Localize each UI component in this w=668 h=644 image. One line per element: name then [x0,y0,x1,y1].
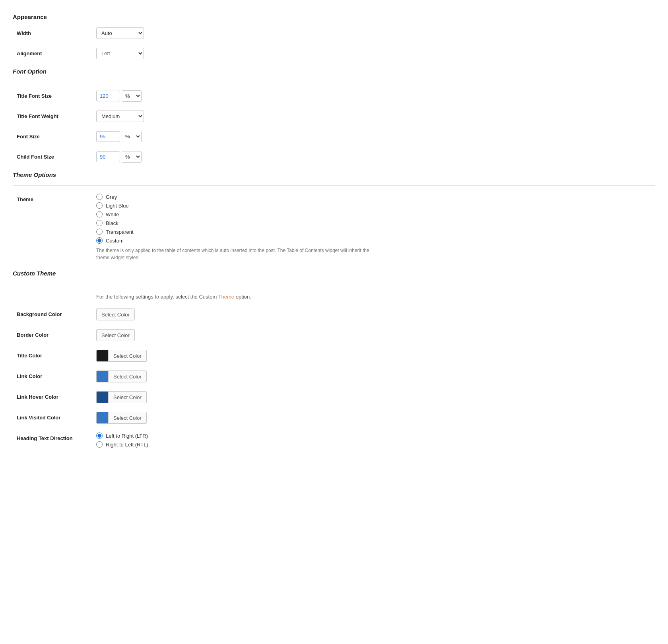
link-hover-color-button[interactable]: Select Color [108,391,147,403]
theme-options-divider [13,185,655,186]
heading-rtl-item[interactable]: Right to Left (RTL) [96,441,655,448]
background-color-label: Background Color [17,308,96,318]
title-font-size-row: Title Font Size % px em [13,90,655,102]
link-hover-color-row: Link Hover Color Select Color [13,391,655,403]
heading-ltr-label: Left to Right (LTR) [106,433,148,439]
heading-text-direction-radio-group: Left to Right (LTR) Right to Left (RTL) [96,433,655,448]
child-font-size-control: % px em [96,151,655,163]
theme-black-radio[interactable] [96,220,103,226]
link-visited-color-button[interactable]: Select Color [108,412,147,424]
heading-text-direction-label: Heading Text Direction [17,433,96,442]
font-option-section-title: Font Option [13,68,655,75]
theme-grey-item[interactable]: Grey [96,194,655,200]
title-color-button[interactable]: Select Color [108,350,147,362]
child-font-size-unit[interactable]: % px em [122,151,142,163]
custom-theme-divider [13,284,655,284]
theme-custom-radio[interactable] [96,237,103,244]
theme-black-label: Black [106,220,118,226]
theme-row: Theme Grey Light Blue White Black [13,194,655,261]
border-color-button[interactable]: Select Color [96,329,135,341]
title-color-control: Select Color [96,350,655,362]
link-hover-color-control: Select Color [96,391,655,403]
title-color-group: Select Color [96,350,655,362]
background-color-row: Background Color Select Color [13,308,655,320]
font-size-row: Font Size % px em [13,131,655,142]
title-font-weight-select[interactable]: Thin Light Normal Medium Bold Extra Bold [96,111,144,122]
heading-ltr-item[interactable]: Left to Right (LTR) [96,433,655,439]
link-color-row: Link Color Select Color [13,370,655,382]
child-font-size-input[interactable] [96,151,120,162]
custom-theme-note-text: For the following settings to apply, sel… [96,292,655,300]
theme-label: Theme [17,194,96,203]
theme-control: Grey Light Blue White Black Transparent [96,194,655,261]
theme-lightblue-item[interactable]: Light Blue [96,202,655,209]
background-color-group: Select Color [96,308,655,320]
child-font-size-row: Child Font Size % px em [13,151,655,163]
link-visited-color-row: Link Visited Color Select Color [13,412,655,424]
theme-options-section: Theme Options Theme Grey Light Blue Whit… [13,171,655,261]
link-color-swatch [96,370,108,382]
link-hover-color-swatch [96,391,108,403]
title-color-row: Title Color Select Color [13,350,655,362]
title-font-size-control: % px em [96,90,655,102]
link-hover-color-group: Select Color [96,391,655,403]
font-size-unit[interactable]: % px em [122,131,142,142]
appearance-section: Appearance Width Auto Full Width Custom … [13,14,655,59]
theme-transparent-label: Transparent [106,229,134,235]
theme-transparent-radio[interactable] [96,229,103,235]
child-font-size-label: Child Font Size [17,151,96,161]
font-size-label: Font Size [17,131,96,140]
width-row: Width Auto Full Width Custom [13,27,655,39]
theme-note: The theme is only applied to the table o… [96,247,375,261]
custom-theme-section: Custom Theme For the following settings … [13,270,655,424]
link-visited-color-swatch [96,412,108,424]
width-label: Width [17,27,96,37]
background-color-control: Select Color [96,308,655,320]
title-color-label: Title Color [17,350,96,359]
font-size-group: % px em [96,131,655,142]
title-font-weight-control: Thin Light Normal Medium Bold Extra Bold [96,111,655,122]
theme-white-radio[interactable] [96,211,103,217]
alignment-label: Alignment [17,48,96,57]
theme-white-item[interactable]: White [96,211,655,217]
title-font-size-unit[interactable]: % px em [122,90,142,102]
width-select[interactable]: Auto Full Width Custom [96,27,144,39]
theme-lightblue-label: Light Blue [106,203,129,209]
heading-text-direction-section: Heading Text Direction Left to Right (LT… [13,433,655,448]
theme-grey-radio[interactable] [96,194,103,200]
border-color-label: Border Color [17,329,96,339]
theme-custom-item[interactable]: Custom [96,237,655,244]
font-size-input[interactable] [96,131,120,142]
font-option-divider [13,82,655,82]
alignment-row: Alignment Left Center Right [13,48,655,59]
title-font-weight-label: Title Font Weight [17,111,96,120]
font-option-section: Font Option Title Font Size % px em Titl… [13,68,655,163]
link-visited-color-control: Select Color [96,412,655,424]
title-font-size-input[interactable] [96,91,120,101]
custom-theme-note-label-spacer [17,292,96,295]
heading-ltr-radio[interactable] [96,433,103,439]
alignment-select[interactable]: Left Center Right [96,48,144,59]
link-color-group: Select Color [96,370,655,382]
width-control: Auto Full Width Custom [96,27,655,39]
title-font-size-label: Title Font Size [17,90,96,100]
link-visited-color-group: Select Color [96,412,655,424]
link-color-label: Link Color [17,370,96,380]
background-color-button[interactable]: Select Color [96,308,135,320]
theme-custom-label: Custom [106,238,124,244]
link-color-button[interactable]: Select Color [108,370,147,382]
theme-white-label: White [106,211,119,217]
theme-black-item[interactable]: Black [96,220,655,226]
border-color-control: Select Color [96,329,655,341]
font-size-control: % px em [96,131,655,142]
heading-rtl-label: Right to Left (RTL) [106,442,148,448]
heading-text-direction-row: Heading Text Direction Left to Right (LT… [13,433,655,448]
theme-radio-group: Grey Light Blue White Black Transparent [96,194,655,244]
custom-theme-note-row: For the following settings to apply, sel… [13,292,655,300]
appearance-section-title: Appearance [13,14,655,20]
theme-lightblue-radio[interactable] [96,202,103,209]
theme-transparent-item[interactable]: Transparent [96,229,655,235]
heading-rtl-radio[interactable] [96,441,103,448]
theme-options-section-title: Theme Options [13,171,655,178]
theme-grey-label: Grey [106,194,117,200]
